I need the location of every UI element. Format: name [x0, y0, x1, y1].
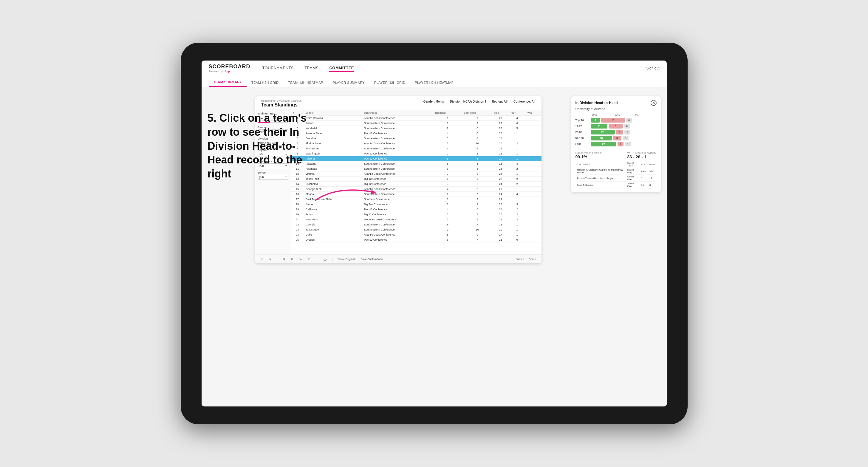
col-tournament: Tournament	[576, 161, 626, 168]
table-row[interactable]: 20 Texas Big 12 Conference 3 7 20 2	[291, 212, 541, 217]
region-filter-label: Region: All	[492, 100, 507, 103]
h2h-tournament-header-row: Tournament Event Type Pos Score	[576, 161, 657, 168]
subnav-team-h2h-grid[interactable]: TEAM H2H GRID	[247, 79, 283, 87]
forward-button[interactable]: ⟳	[289, 257, 295, 261]
main-nav: TOURNAMENTS TEAMS COMMITTEE	[262, 64, 641, 72]
table-row[interactable]: 13 Texas Tech Big 12 Conference 1 9 27 2	[291, 177, 541, 182]
reset-button[interactable]: ⟲	[281, 257, 287, 261]
app-header: SCOREBOARD Powered by clippd TOURNAMENTS…	[202, 61, 667, 76]
division-filter-label: Division: NCAA Division I	[450, 100, 486, 103]
h2h-school: University of Arizona	[576, 107, 657, 111]
h2h-table-header: Win Loss Tie	[576, 114, 657, 117]
tablet-shell: SCOREBOARD Powered by clippd TOURNAMENTS…	[181, 43, 688, 424]
h2h-win-col-header: Win	[592, 114, 613, 117]
h2h-divider	[576, 149, 657, 149]
col-tour: Tour	[508, 110, 526, 116]
h2h-row: 26-50 25 2 1	[576, 130, 657, 134]
h2h-stats: Opponents in division: 99.1% W-L-T recor…	[576, 152, 657, 159]
col-conference: Conference	[362, 110, 433, 116]
table-row[interactable]: 15 Georgia Tech Atlantic Coast Conferenc…	[291, 187, 541, 192]
save-custom-view-button[interactable]: Save Custom View	[359, 257, 385, 261]
table-row[interactable]: 7 Tennessee Southeastern Conference 4 6 …	[291, 146, 541, 151]
update-time: Update time: 27/03/2024 16:56:26	[261, 99, 302, 102]
h2h-row: 51-100 20 3 0	[576, 136, 657, 141]
panel-header: Update time: 27/03/2024 16:56:26 Team St…	[255, 96, 541, 109]
subnav-player-h2h-grid[interactable]: PLAYER H2H GRID	[369, 79, 410, 87]
col-reg-rank: Reg Rank	[433, 110, 462, 116]
col-event-type: Event Type	[626, 161, 640, 168]
opponents-value: 99.1%	[576, 154, 602, 159]
conference-filter-label: Conference: All	[514, 100, 535, 103]
nav-committee[interactable]: COMMITTEE	[329, 64, 354, 72]
table-row[interactable]: 24 Duke Atlantic Coast Conference 5 9 27…	[291, 232, 541, 238]
nav-teams[interactable]: TEAMS	[305, 64, 318, 72]
table-row[interactable]: 18 Illinois Big Ten Conference 1 9 23 3	[291, 202, 541, 207]
annotation-text: 5. Click on a team's row to see their In…	[208, 111, 315, 181]
redo-button[interactable]: ↪	[267, 257, 273, 261]
table-row[interactable]: 23 Texas A&M Southeastern Conference 9 1…	[291, 227, 541, 232]
view-original-button[interactable]: View: Original	[336, 257, 356, 261]
table-row[interactable]: 22 Georgia Southeastern Conference 8 7 2…	[291, 222, 541, 227]
table-row[interactable]: 21 New Mexico Mountain West Conference 1…	[291, 217, 541, 222]
table-row[interactable]: 6 Florida State Atlantic Coast Conferenc…	[291, 141, 541, 146]
wlt-label: W-L-T record in-division:	[627, 152, 657, 154]
nav-tournaments[interactable]: TOURNAMENTS	[262, 64, 294, 72]
col-score: Score	[647, 161, 656, 168]
subnav-player-h2h-heatmap[interactable]: PLAYER H2H HEATMAP	[410, 79, 458, 87]
standings-table-area: # School Conference Reg Rank Conf Rank R…	[291, 109, 541, 254]
gender-filter-label: Gender: Men's	[424, 100, 444, 103]
table-row[interactable]: 2 Auburn Southeastern Conference 1 9 27 …	[291, 121, 541, 126]
table-row[interactable]: 9 Arizona Pac-12 Conference 5 8 20 1	[291, 156, 541, 161]
table-row[interactable]: 16 Florida Southeastern Conference 7 7 2…	[291, 192, 541, 197]
table-row[interactable]: 3 Vanderbilt Southeastern Conference 2 8…	[291, 126, 541, 131]
table-row[interactable]: 25 Oregon Pac-12 Conference 5 7 21 0	[291, 238, 541, 243]
h2h-row: Top 10 3 13 0	[576, 118, 657, 123]
toolbar-right: Watch Share	[515, 257, 538, 261]
clock-button[interactable]: ◯	[322, 257, 328, 261]
h2h-close-button[interactable]: ✕	[651, 100, 657, 106]
table-row[interactable]: 4 Arizona State Pac-12 Conference 4 6 26…	[291, 131, 541, 136]
add-button[interactable]: +	[314, 257, 319, 261]
h2h-title: In Division Head-to-Head	[576, 101, 618, 105]
table-row[interactable]: 10 Alabama Southeastern Conference 5 8 2…	[291, 161, 541, 166]
undo-button[interactable]: ↩	[259, 257, 265, 261]
watch-button[interactable]: Watch	[515, 257, 526, 261]
table-row[interactable]: 5 Ole Miss Southeastern Conference 3 6 1…	[291, 136, 541, 141]
subnav-team-h2h-heatmap[interactable]: TEAM H2H HEATMAP	[283, 79, 328, 87]
table-row[interactable]: 12 Virginia Atlantic Coast Conference 3 …	[291, 172, 541, 177]
table-header-row: # School Conference Reg Rank Conf Rank R…	[291, 110, 541, 116]
panel-toolbar: ↩ ↪ | ⟲ ⟳ ≫ ◻ + ◯ | View: Original Save …	[255, 254, 541, 263]
col-win: Win	[526, 110, 541, 116]
logo-area: SCOREBOARD Powered by clippd	[209, 64, 250, 73]
toolbar-separator2: |	[332, 257, 333, 261]
subnav-player-summary[interactable]: PLAYER SUMMARY	[328, 79, 369, 87]
table-row[interactable]: 1 North Carolina Atlantic Coast Conferen…	[291, 116, 541, 121]
main-content: 5. Click on a team's row to see their In…	[202, 87, 667, 406]
col-rds: Rds	[493, 110, 508, 116]
sign-out-button[interactable]: Sign out	[641, 66, 659, 70]
col-pos: Pos	[640, 161, 647, 168]
tablet-screen: SCOREBOARD Powered by clippd TOURNAMENTS…	[202, 61, 667, 406]
table-row[interactable]: 14 Oklahoma Big 12 Conference 3 6 24 2	[291, 182, 541, 187]
table-row[interactable]: 11 Arkansas Southeastern Conference 6 8 …	[291, 166, 541, 172]
select-button[interactable]: ◻	[306, 257, 312, 261]
logo-subtitle: Powered by clippd	[209, 70, 250, 73]
share-button[interactable]: Share	[527, 257, 538, 261]
table-row[interactable]: 8 Washington Pac-12 Conference 2 8 23 1	[291, 151, 541, 156]
h2h-tie-col-header: Tie	[635, 114, 655, 117]
zoom-button[interactable]: ≫	[298, 257, 304, 261]
h2h-row: 11-25 11 8 0	[576, 124, 657, 128]
standings-table: # School Conference Reg Rank Conf Rank R…	[291, 110, 541, 243]
panel-title: Team Standings	[261, 102, 302, 108]
app-logo: SCOREBOARD	[209, 64, 250, 70]
subnav-team-summary[interactable]: TEAM SUMMARY	[209, 78, 247, 87]
col-conf-rank: Conf Rank	[462, 110, 493, 116]
h2h-panel: In Division Head-to-Head ✕ University of…	[571, 96, 661, 192]
h2h-empty-col	[577, 114, 591, 117]
toolbar-separator: |	[277, 257, 278, 261]
h2h-row: >100 27 0 0	[576, 142, 657, 147]
table-row[interactable]: 17 East Tennessee State Southern Confere…	[291, 197, 541, 202]
tournament-row: Arizona Thunderbirds Intercollegiate Str…	[576, 175, 657, 182]
sub-nav: TEAM SUMMARY TEAM H2H GRID TEAM H2H HEAT…	[202, 76, 667, 87]
table-row[interactable]: 19 California Pac-12 Conference 4 8 24 2	[291, 207, 541, 212]
